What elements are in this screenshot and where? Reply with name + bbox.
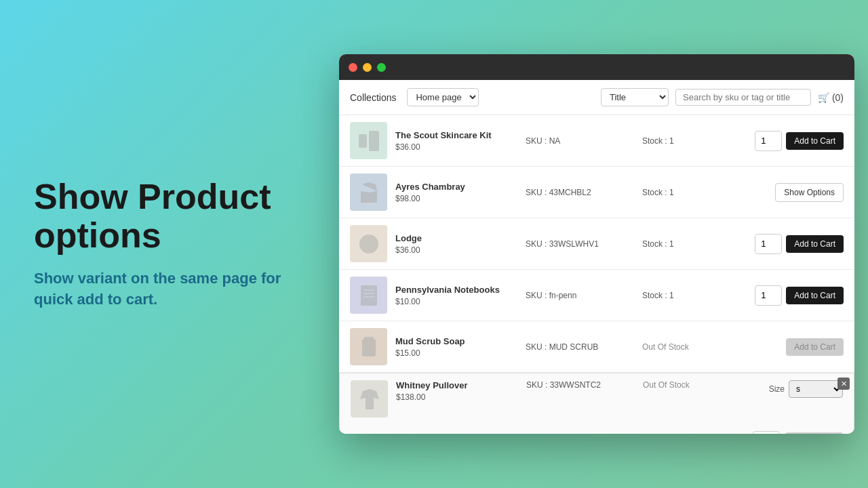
product-stock: Stock : 1 bbox=[642, 291, 724, 300]
product-name: Whitney Pullover bbox=[396, 380, 518, 390]
product-name: Lodge bbox=[395, 233, 517, 243]
sub-text: Show variant on the same page for quick … bbox=[34, 268, 319, 310]
product-info-lodge: Lodge $36.00 bbox=[395, 233, 517, 255]
svg-rect-9 bbox=[364, 337, 374, 340]
product-actions: Add to Cart bbox=[786, 338, 844, 356]
size-label: Size bbox=[769, 384, 785, 394]
product-info-chambray: Ayres Chambray $98.00 bbox=[395, 182, 517, 203]
product-actions: Add to Cart bbox=[755, 285, 844, 306]
product-image-scout bbox=[350, 122, 387, 159]
product-name: Pennsylvania Notebooks bbox=[395, 285, 517, 295]
product-sku: SKU : MUD SCRUB bbox=[526, 342, 634, 352]
product-name: Mud Scrub Soap bbox=[395, 336, 517, 346]
title-select[interactable]: Title bbox=[601, 88, 669, 106]
product-sku: SKU : NA bbox=[526, 136, 634, 146]
product-list: The Scout Skincare Kit $36.00 SKU : NA S… bbox=[339, 115, 854, 434]
product-info-whitney: Whitney Pullover $138.00 bbox=[396, 380, 518, 402]
toolbar: Collections Home page Title 🛒 (0) bbox=[339, 80, 854, 115]
product-price: $36.00 bbox=[395, 142, 517, 152]
left-panel: Show Product options Show variant on the… bbox=[34, 178, 319, 310]
close-expanded-button[interactable]: ✕ bbox=[837, 378, 850, 390]
browser-window: Collections Home page Title 🛒 (0) bbox=[339, 54, 854, 434]
product-row: Ayres Chambray $98.00 SKU : 43MCHBL2 Sto… bbox=[339, 167, 854, 218]
add-to-cart-button[interactable]: Add to Cart bbox=[786, 287, 844, 304]
product-image-whitney bbox=[351, 380, 388, 418]
product-price: $36.00 bbox=[395, 245, 517, 255]
product-price: $138.00 bbox=[396, 392, 518, 402]
browser-titlebar bbox=[339, 54, 854, 80]
add-to-cart-button-disabled: Add to Cart bbox=[786, 338, 844, 356]
product-sku: SKU : 33WSLWHV1 bbox=[526, 239, 634, 249]
show-options-button[interactable]: Show Options bbox=[775, 183, 844, 202]
product-name: The Scout Skincare Kit bbox=[395, 130, 517, 140]
qty-input[interactable] bbox=[755, 131, 782, 151]
product-price: $98.00 bbox=[395, 194, 517, 203]
minimize-dot[interactable] bbox=[363, 63, 372, 72]
svg-rect-0 bbox=[359, 134, 367, 148]
search-input[interactable] bbox=[675, 89, 811, 106]
main-heading: Show Product options bbox=[34, 178, 319, 255]
product-actions-size: Size s m l xl bbox=[769, 380, 843, 398]
product-stock: Stock : 1 bbox=[642, 239, 724, 249]
product-row: Pennsylvania Notebooks $10.00 SKU : fn-p… bbox=[339, 270, 854, 321]
product-stock: Stock : 1 bbox=[642, 188, 724, 197]
collections-label: Collections bbox=[350, 92, 396, 103]
product-row: The Scout Skincare Kit $36.00 SKU : NA S… bbox=[339, 115, 854, 167]
product-price: $15.00 bbox=[395, 348, 517, 358]
product-image-lodge: tee bbox=[350, 225, 387, 262]
svg-rect-4 bbox=[361, 285, 377, 306]
product-image-chambray bbox=[350, 174, 387, 211]
svg-rect-1 bbox=[369, 131, 379, 151]
product-image-mud bbox=[350, 328, 387, 365]
product-stock: Out Of Stock bbox=[642, 342, 724, 352]
product-row: Mud Scrub Soap $15.00 SKU : MUD SCRUB Ou… bbox=[339, 321, 854, 373]
collection-select[interactable]: Home page bbox=[407, 88, 479, 106]
product-info-mud: Mud Scrub Soap $15.00 bbox=[395, 336, 517, 358]
page-wrapper: Show Product options Show variant on the… bbox=[0, 0, 868, 488]
maximize-dot[interactable] bbox=[377, 63, 386, 72]
app-content: Collections Home page Title 🛒 (0) bbox=[339, 80, 854, 434]
size-select[interactable]: s m l xl bbox=[789, 380, 843, 398]
product-info-notebook: Pennsylvania Notebooks $10.00 bbox=[395, 285, 517, 306]
qty-input[interactable] bbox=[755, 234, 782, 254]
product-row-expanded: ✕ Whitney Pullover $138.00 SKU : 33WWSNT… bbox=[339, 373, 854, 434]
product-sku: SKU : 33WWSNTC2 bbox=[526, 380, 635, 390]
product-row: tee Lodge $36.00 SKU : 33WSLWHV1 Stock :… bbox=[339, 218, 854, 270]
qty-input-expanded[interactable] bbox=[753, 431, 780, 434]
add-to-cart-button[interactable]: Add to Cart bbox=[786, 235, 844, 253]
add-to-cart-button-expanded: Add to Cart bbox=[785, 432, 843, 434]
qty-input[interactable] bbox=[755, 285, 782, 306]
product-sku: SKU : 43MCHBL2 bbox=[526, 188, 634, 197]
product-name: Ayres Chambray bbox=[395, 182, 517, 192]
product-stock: Out Of Stock bbox=[643, 380, 724, 390]
product-actions: Add to Cart bbox=[755, 234, 844, 254]
svg-rect-8 bbox=[362, 339, 376, 357]
product-actions: Add to Cart bbox=[755, 131, 844, 151]
add-to-cart-button[interactable]: Add to Cart bbox=[786, 132, 844, 150]
expand-panel: Add to Cart bbox=[351, 426, 843, 434]
product-sku: SKU : fn-penn bbox=[526, 291, 634, 300]
product-actions: Show Options bbox=[775, 183, 844, 202]
close-dot[interactable] bbox=[349, 63, 357, 72]
product-price: $10.00 bbox=[395, 297, 517, 306]
product-stock: Stock : 1 bbox=[642, 136, 724, 146]
product-info-scout: The Scout Skincare Kit $36.00 bbox=[395, 130, 517, 152]
product-image-notebook bbox=[350, 277, 387, 314]
svg-text:tee: tee bbox=[365, 243, 373, 249]
cart-icon[interactable]: 🛒 (0) bbox=[818, 92, 844, 103]
